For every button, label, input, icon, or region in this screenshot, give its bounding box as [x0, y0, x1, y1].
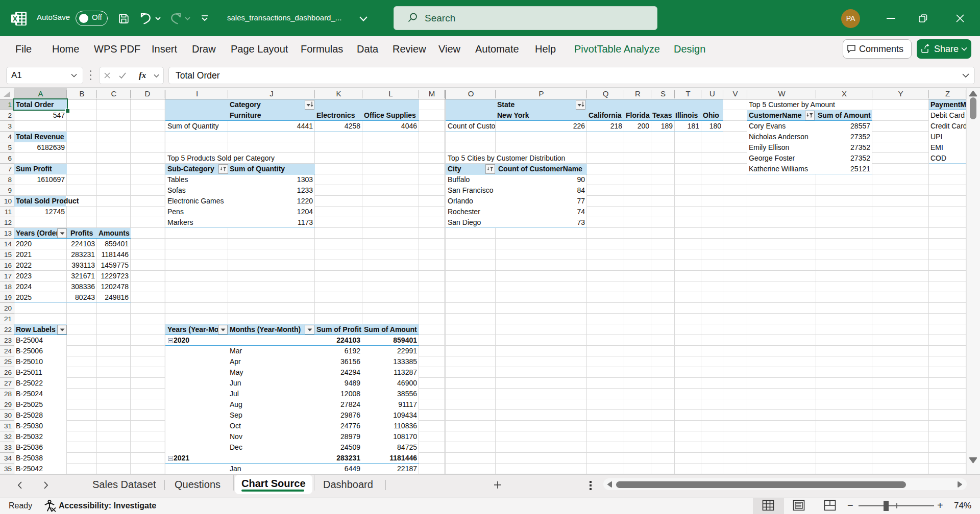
svg-text:X: X — [13, 15, 18, 23]
